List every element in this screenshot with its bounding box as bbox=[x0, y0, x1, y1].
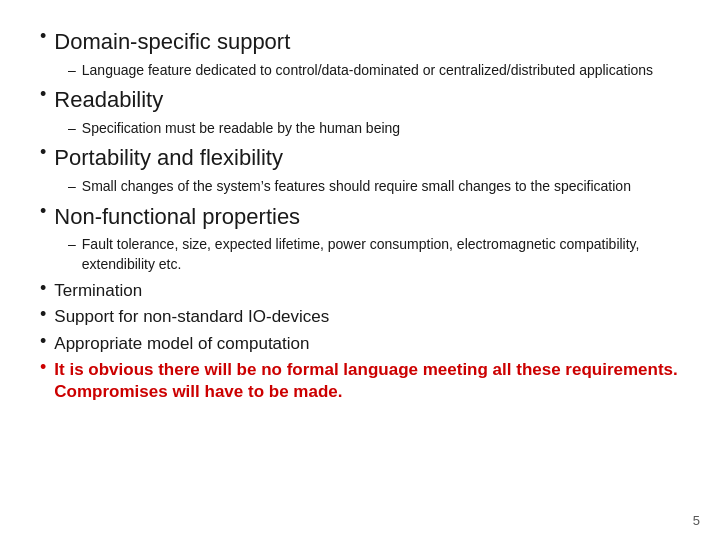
bullet-portability-text: Portability and flexibility bbox=[54, 144, 283, 173]
bullet-support-text: Support for non-standard IO-devices bbox=[54, 306, 329, 328]
bullet-domain-specific: • Domain-specific support bbox=[40, 28, 680, 57]
sub-domain-specific-text: Language feature dedicated to control/da… bbox=[82, 61, 653, 81]
portability-section: • Portability and flexibility – Small ch… bbox=[40, 144, 680, 196]
bullet-termination: • Termination bbox=[40, 280, 680, 302]
bullet-model-text: Appropriate model of computation bbox=[54, 333, 309, 355]
bullet-termination-text: Termination bbox=[54, 280, 142, 302]
readability-section: • Readability – Specification must be re… bbox=[40, 86, 680, 138]
bullet-readability-text: Readability bbox=[54, 86, 163, 115]
domain-specific-section: • Domain-specific support – Language fea… bbox=[40, 28, 680, 80]
bullet-dot-8: • bbox=[40, 357, 46, 378]
bullet-red-text: It is obvious there will be no formal la… bbox=[54, 359, 680, 403]
slide: • Domain-specific support – Language fea… bbox=[0, 0, 720, 540]
bullet-model: • Appropriate model of computation bbox=[40, 333, 680, 355]
sub-readability: – Specification must be readable by the … bbox=[68, 119, 680, 139]
sub-dash-2: – bbox=[68, 120, 76, 136]
sub-readability-text: Specification must be readable by the hu… bbox=[82, 119, 400, 139]
bullet-red: • It is obvious there will be no formal … bbox=[40, 359, 680, 403]
sub-dash-4: – bbox=[68, 236, 76, 252]
sub-portability-text: Small changes of the system’s features s… bbox=[82, 177, 631, 197]
sub-dash-1: – bbox=[68, 62, 76, 78]
simple-bullets-section: • Termination • Support for non-standard… bbox=[40, 280, 680, 402]
bullet-non-functional: • Non-functional properties bbox=[40, 203, 680, 232]
sub-non-functional: – Fault tolerance, size, expected lifeti… bbox=[68, 235, 680, 274]
bullet-domain-specific-text: Domain-specific support bbox=[54, 28, 290, 57]
bullet-dot-3: • bbox=[40, 142, 46, 163]
sub-domain-specific: – Language feature dedicated to control/… bbox=[68, 61, 680, 81]
bullet-support: • Support for non-standard IO-devices bbox=[40, 306, 680, 328]
bullet-dot-2: • bbox=[40, 84, 46, 105]
bullet-dot-4: • bbox=[40, 201, 46, 222]
sub-non-functional-text: Fault tolerance, size, expected lifetime… bbox=[82, 235, 680, 274]
page-number: 5 bbox=[693, 513, 700, 528]
bullet-readability: • Readability bbox=[40, 86, 680, 115]
non-functional-section: • Non-functional properties – Fault tole… bbox=[40, 203, 680, 275]
sub-dash-3: – bbox=[68, 178, 76, 194]
sub-portability: – Small changes of the system’s features… bbox=[68, 177, 680, 197]
bullet-dot-7: • bbox=[40, 331, 46, 352]
bullet-non-functional-text: Non-functional properties bbox=[54, 203, 300, 232]
bullet-dot-1: • bbox=[40, 26, 46, 47]
bullet-dot-5: • bbox=[40, 278, 46, 299]
bullet-dot-6: • bbox=[40, 304, 46, 325]
bullet-portability: • Portability and flexibility bbox=[40, 144, 680, 173]
